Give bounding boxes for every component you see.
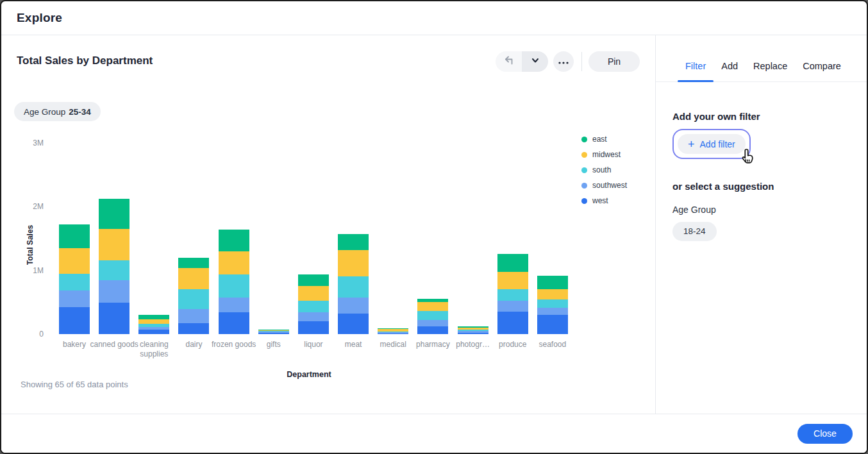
bar-segment-southwest[interactable] <box>59 290 90 307</box>
dialog-header: Explore <box>1 1 867 35</box>
bar-meat[interactable]: meat <box>338 143 369 334</box>
bar-segment-southwest[interactable] <box>537 308 568 315</box>
bar-canned-goods[interactable]: canned goods <box>99 143 129 334</box>
bar-segment-midwest[interactable] <box>298 286 329 301</box>
bar-stack <box>258 330 289 334</box>
x-tick-label: seafood <box>527 340 578 349</box>
bar-produce[interactable]: produce <box>497 143 528 334</box>
bar-segment-south[interactable] <box>59 274 90 291</box>
bar-segment-midwest[interactable] <box>178 268 209 289</box>
panel-tabs: Filter Add Replace Compare <box>656 35 868 82</box>
add-filter-label: Add filter <box>700 139 735 149</box>
bar-stack <box>417 299 448 334</box>
bar-segment-southwest[interactable] <box>497 301 528 312</box>
bar-segment-midwest[interactable] <box>219 251 249 274</box>
legend-item-east[interactable]: east <box>581 131 627 147</box>
bar-segment-west[interactable] <box>99 303 129 334</box>
bar-segment-south[interactable] <box>537 299 568 308</box>
filter-panel: Filter Add Replace Compare Add your own … <box>655 35 868 416</box>
plot-wrap: Total Sales 01M2M3M bakerycanned goodscl… <box>1 35 655 416</box>
bar-segment-east[interactable] <box>298 274 329 286</box>
bar-stack <box>378 328 408 334</box>
bar-segment-west[interactable] <box>458 333 488 334</box>
legend-item-southwest[interactable]: southwest <box>581 178 627 193</box>
bar-segment-west[interactable] <box>378 333 408 334</box>
bar-segment-west[interactable] <box>59 307 90 334</box>
bar-cleaning-supplies[interactable]: cleaning supplies <box>138 143 169 334</box>
bar-segment-east[interactable] <box>219 230 249 251</box>
add-filter-focus-ring: + Add filter <box>672 129 751 159</box>
bar-segment-southwest[interactable] <box>298 312 329 321</box>
own-filter-heading: Add your own filter <box>672 111 851 122</box>
bar-segment-west[interactable] <box>138 330 169 334</box>
bar-segment-midwest[interactable] <box>99 229 129 260</box>
bar-dairy[interactable]: dairy <box>178 143 209 334</box>
bar-segment-south[interactable] <box>417 311 448 320</box>
bar-segment-southwest[interactable] <box>219 298 249 312</box>
bar-stack <box>59 224 90 334</box>
bar-seafood[interactable]: seafood <box>537 143 568 334</box>
bar-segment-west[interactable] <box>219 312 249 334</box>
bar-segment-east[interactable] <box>537 276 568 289</box>
y-tick-label: 2M <box>13 202 44 211</box>
tab-compare[interactable]: Compare <box>795 61 849 81</box>
tab-replace[interactable]: Replace <box>746 61 795 81</box>
bar-segment-midwest[interactable] <box>497 272 528 289</box>
suggestion-chip[interactable]: 18-24 <box>672 222 717 241</box>
chart-area: Total Sales by Department <box>1 35 655 416</box>
bar-segment-midwest[interactable] <box>417 302 448 311</box>
bar-segment-south[interactable] <box>338 276 369 298</box>
chart-legend: eastmidwestsouthsouthwestwest <box>581 131 627 208</box>
bar-segment-west[interactable] <box>298 321 329 334</box>
bar-segment-midwest[interactable] <box>138 319 169 324</box>
bar-segment-west[interactable] <box>338 314 369 334</box>
add-filter-button[interactable]: + Add filter <box>678 134 746 154</box>
bar-segment-west[interactable] <box>537 315 568 334</box>
bar-segment-midwest[interactable] <box>537 289 568 300</box>
bar-gifts[interactable]: gifts <box>258 143 289 334</box>
bar-segment-midwest[interactable] <box>338 250 369 276</box>
bar-medical[interactable]: medical <box>378 143 408 334</box>
bar-segment-south[interactable] <box>219 274 249 298</box>
suggestion-attribute: Age Group <box>672 205 851 215</box>
tab-filter[interactable]: Filter <box>678 61 714 81</box>
legend-item-west[interactable]: west <box>581 193 627 208</box>
bar-segment-west[interactable] <box>178 323 209 334</box>
bar-segment-west[interactable] <box>417 326 448 334</box>
legend-dot <box>581 198 587 204</box>
bar-frozen-goods[interactable]: frozen goods <box>219 143 249 334</box>
bar-segment-east[interactable] <box>497 254 528 272</box>
legend-item-south[interactable]: south <box>581 162 627 178</box>
bar-segment-east[interactable] <box>178 258 209 268</box>
dialog-footer: Close <box>1 414 867 453</box>
bar-photogr-[interactable]: photogr… <box>458 143 488 334</box>
bar-segment-east[interactable] <box>338 234 369 250</box>
bar-segment-south[interactable] <box>298 301 329 312</box>
legend-label: southwest <box>592 181 627 190</box>
bar-stack <box>338 234 369 334</box>
bar-segment-south[interactable] <box>99 260 129 280</box>
bar-bakery[interactable]: bakery <box>59 143 90 334</box>
bar-segment-east[interactable] <box>99 199 129 229</box>
legend-item-midwest[interactable]: midwest <box>581 147 627 162</box>
panel-content: Add your own filter + Add filter or sele… <box>656 82 868 241</box>
bar-segment-west[interactable] <box>258 333 289 334</box>
bar-segment-southwest[interactable] <box>99 280 129 303</box>
bar-liquor[interactable]: liquor <box>298 143 329 334</box>
bar-segment-southwest[interactable] <box>338 298 369 314</box>
bar-segment-south[interactable] <box>497 289 528 301</box>
close-button[interactable]: Close <box>797 424 853 444</box>
bar-segment-west[interactable] <box>497 312 528 334</box>
bar-pharmacy[interactable]: pharmacy <box>417 143 448 334</box>
bar-segment-southwest[interactable] <box>417 320 448 326</box>
bar-segment-southwest[interactable] <box>178 309 209 323</box>
legend-label: east <box>592 135 607 144</box>
legend-label: south <box>592 165 611 174</box>
tab-add[interactable]: Add <box>714 61 746 81</box>
bar-segment-east[interactable] <box>59 224 90 248</box>
legend-label: west <box>592 196 608 205</box>
y-tick-label: 3M <box>13 139 44 147</box>
bar-segment-south[interactable] <box>178 289 209 310</box>
bar-segment-midwest[interactable] <box>59 248 90 274</box>
legend-dot <box>581 137 587 142</box>
